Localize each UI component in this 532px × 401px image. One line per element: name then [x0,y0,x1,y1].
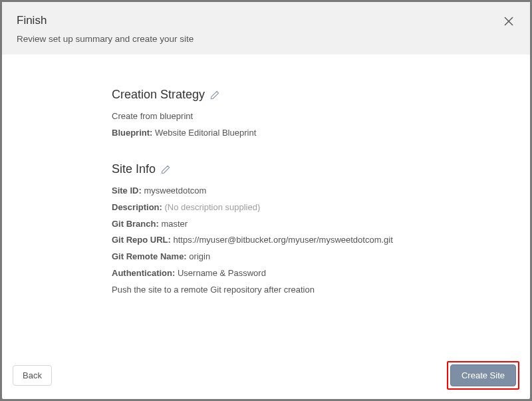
gitbranch-value: master [161,219,188,229]
gitremote-label: Git Remote Name: [112,251,187,261]
site-info-title: Site Info [112,162,156,176]
dialog-title: Finish [17,14,515,27]
creation-strategy-section: Creation Strategy Create from blueprint … [112,88,530,141]
dialog-content: Creation Strategy Create from blueprint … [2,55,530,352]
dialog-header: Finish Review set up summary and create … [2,2,530,55]
dialog-subtitle: Review set up summary and create your si… [17,34,515,44]
site-info-section: Site Info Site ID: mysweetdotcom Descrip… [112,162,530,298]
create-site-button[interactable]: Create Site [450,364,516,386]
create-highlight: Create Site [447,361,519,390]
gitrepo-row: Git Repo URL: https://myuser@bitbucket.o… [112,232,530,249]
strategy-value: Create from blueprint [112,111,193,121]
description-label: Description: [112,202,162,212]
edit-siteinfo-button[interactable] [161,165,170,174]
gitrepo-label: Git Repo URL: [112,235,171,245]
creation-strategy-title: Creation Strategy [112,88,205,102]
siteid-value: mysweetdotcom [144,186,206,196]
gitremote-row: Git Remote Name: origin [112,249,530,265]
blueprint-row: Blueprint: Website Editorial Blueprint [112,125,530,142]
blueprint-label: Blueprint: [112,128,152,138]
finish-dialog: Finish Review set up summary and create … [2,2,530,399]
gitremote-value: origin [189,251,210,261]
description-value: (No description supplied) [164,202,260,212]
description-row: Description: (No description supplied) [112,200,530,216]
push-note: Push the site to a remote Git repository… [112,285,315,295]
gitbranch-label: Git Branch: [112,219,159,229]
close-button[interactable] [502,15,515,29]
gitbranch-row: Git Branch: master [112,216,530,233]
siteid-row: Site ID: mysweetdotcom [112,183,530,200]
edit-strategy-button[interactable] [210,90,219,100]
auth-row: Authentication: Username & Password [112,265,530,282]
close-icon [504,17,513,28]
pencil-icon [210,90,219,100]
back-button[interactable]: Back [13,365,52,386]
pencil-icon [161,165,170,174]
auth-label: Authentication: [112,268,175,278]
strategy-line: Create from blueprint [112,108,530,125]
site-info-heading: Site Info [112,162,170,176]
auth-value: Username & Password [178,268,266,278]
gitrepo-value: https://myuser@bitbucket.org/myuser/mysw… [173,235,392,245]
siteid-label: Site ID: [112,186,142,196]
push-note-row: Push the site to a remote Git repository… [112,282,530,299]
dialog-footer: Back Create Site [2,352,530,399]
blueprint-value: Website Editorial Blueprint [155,128,256,138]
creation-strategy-heading: Creation Strategy [112,88,219,102]
